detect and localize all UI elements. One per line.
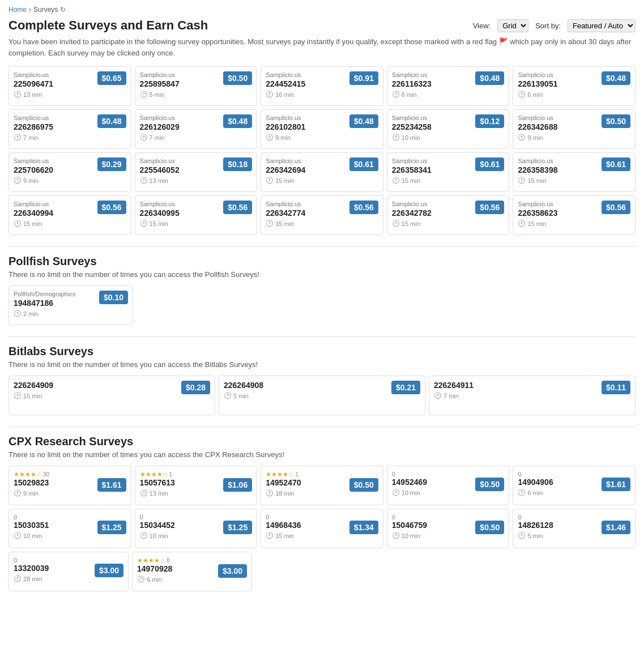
price-badge[interactable]: $0.91 (349, 71, 378, 85)
cpx-title: CPX Research Surveys (8, 435, 636, 448)
price-badge[interactable]: $1.61 (602, 478, 630, 491)
survey-card[interactable]: Samplicio.us 225096471 🕐 13 min $0.65 (8, 66, 131, 106)
price-badge[interactable]: $0.50 (349, 478, 378, 492)
survey-card[interactable]: Samplicio.us 226358398 🕐 15 min $0.61 (513, 152, 636, 192)
card-id: 14952469 (392, 478, 427, 487)
price-badge[interactable]: $0.29 (97, 157, 126, 171)
price-badge[interactable]: $0.48 (223, 114, 252, 128)
survey-card[interactable]: Samplicio.us 226126029 🕐 7 min $0.48 (135, 109, 258, 149)
survey-card[interactable]: 226264908 🕐 5 min $0.21 (219, 376, 425, 415)
clock-icon: 🕐 (518, 134, 526, 141)
survey-card[interactable]: ★★★★☆30 15029823 🕐 9 min $1.61 (8, 466, 131, 505)
survey-card[interactable]: ★★★★☆1 15057613 🕐 13 min $1.06 (135, 466, 258, 505)
survey-card[interactable]: 226264909 🕐 15 min $0.28 (8, 376, 215, 415)
price-badge[interactable]: $0.50 (223, 71, 252, 85)
refresh-icon[interactable]: ↻ (60, 6, 66, 14)
price-badge[interactable]: $0.56 (475, 201, 504, 214)
breadcrumb-home[interactable]: Home (8, 6, 27, 14)
survey-card[interactable]: Samplicio.us 225234258 🕐 10 min $0.12 (387, 109, 510, 149)
price-badge[interactable]: $0.48 (475, 71, 504, 85)
survey-card[interactable]: Samplicio.us 225546052 🕐 13 min $0.18 (135, 152, 258, 192)
price-badge[interactable]: $3.00 (95, 564, 123, 577)
survey-card[interactable]: 0 14904906 🕐 6 min $1.61 (513, 466, 636, 505)
survey-card[interactable]: Samplicio.us 226340995 🕐 15 min $0.56 (135, 195, 258, 235)
card-source: Samplicio.us (14, 114, 53, 121)
card-source: Samplicio.us (266, 157, 305, 164)
clock-icon: 🕐 (266, 177, 274, 184)
survey-card[interactable]: 0 13320039 🕐 28 min $3.00 (8, 552, 129, 591)
price-badge[interactable]: $1.46 (602, 521, 630, 534)
price-badge[interactable]: $0.56 (349, 201, 378, 214)
survey-card[interactable]: 0 15034452 🕐 10 min $1.25 (135, 509, 258, 548)
view-select[interactable]: Grid List (497, 19, 528, 32)
price-badge[interactable]: $0.18 (223, 157, 252, 171)
survey-card[interactable]: Samplicio.us 226358623 🕐 15 min $0.56 (513, 195, 636, 235)
survey-card[interactable]: Samplicio.us 226102801 🕐 9 min $0.48 (261, 109, 383, 149)
survey-card[interactable]: Samplicio.us 225706620 🕐 9 min $0.29 (8, 152, 131, 192)
clock-icon: 🕐 (14, 392, 22, 399)
card-id: 226342782 (392, 208, 432, 218)
survey-card[interactable]: 0 14952469 🕐 10 min $0.50 (387, 466, 510, 505)
survey-card[interactable]: Samplicio.us 226340994 🕐 15 min $0.56 (8, 195, 131, 235)
price-badge[interactable]: $0.56 (97, 201, 126, 214)
price-badge[interactable]: $0.65 (97, 71, 126, 85)
stars: ★★★★☆30 (14, 471, 126, 478)
survey-card[interactable]: ★★★★☆8 14970928 🕐 6 min $3.00 (132, 552, 252, 591)
survey-card[interactable]: 0 14968436 🕐 15 min $1.34 (261, 509, 383, 548)
survey-card[interactable]: Samplicio.us 225895847 🕐 5 min $0.50 (135, 66, 258, 106)
clock-icon: 🕐 (518, 91, 526, 98)
card-time: 🕐 13 min (140, 489, 175, 497)
price-badge[interactable]: $0.48 (349, 114, 378, 128)
price-badge[interactable]: $1.25 (223, 521, 252, 534)
price-badge[interactable]: $1.61 (97, 478, 126, 492)
price-badge[interactable]: $1.25 (97, 521, 126, 534)
price-badge[interactable]: $0.10 (99, 291, 128, 304)
survey-card[interactable]: Samplicio.us 226286975 🕐 7 min $0.48 (8, 109, 131, 149)
card-time: 🕐 6 min (518, 489, 553, 496)
clock-icon: 🕐 (518, 532, 526, 539)
survey-card[interactable]: Samplicio.us 226342694 🕐 15 min $0.61 (261, 152, 383, 192)
card-time: 🕐 28 min (14, 575, 49, 582)
sort-select[interactable]: Featured / Auto Newest Highest Paying Sh… (568, 19, 636, 32)
survey-card[interactable]: Samplicio.us 226342782 🕐 15 min $0.56 (387, 195, 510, 235)
price-badge[interactable]: $0.50 (602, 114, 630, 128)
price-badge[interactable]: $1.06 (223, 478, 252, 492)
price-badge[interactable]: $3.00 (218, 564, 247, 578)
survey-card[interactable]: ★★★★☆1 14952470 🕐 18 min $0.50 (261, 466, 383, 505)
survey-card[interactable]: Pollfish/Demographics 194847186 🕐 2 min … (8, 286, 133, 325)
survey-card[interactable]: Samplicio.us 226342774 🕐 15 min $0.56 (261, 195, 383, 235)
card-time: 🕐 10 min (392, 532, 427, 539)
survey-card[interactable]: 0 14826128 🕐 5 min $1.46 (513, 509, 636, 548)
price-badge[interactable]: $0.50 (475, 478, 504, 491)
price-badge[interactable]: $1.34 (349, 521, 378, 534)
survey-card[interactable]: 0 15046759 🕐 10 min $0.50 (387, 509, 510, 548)
price-badge[interactable]: $0.21 (391, 381, 420, 394)
price-badge[interactable]: $0.50 (475, 521, 504, 534)
survey-card[interactable]: Samplicio.us 224452415 🕐 16 min $0.91 (261, 66, 383, 106)
card-id: 15030351 (14, 521, 49, 530)
clock-icon: 🕐 (224, 392, 232, 399)
card-id: 14968436 (266, 521, 301, 530)
survey-card[interactable]: 0 15030351 🕐 10 min $1.25 (8, 509, 131, 548)
price-badge[interactable]: $0.28 (181, 381, 210, 394)
survey-card[interactable]: Samplicio.us 226116323 🕐 6 min $0.48 (387, 66, 510, 106)
price-badge[interactable]: $0.61 (349, 157, 378, 171)
price-badge[interactable]: $0.61 (475, 157, 504, 171)
price-badge[interactable]: $0.48 (602, 71, 630, 85)
survey-card[interactable]: 226264911 🕐 7 min $0.11 (429, 376, 636, 415)
clock-icon: 🕐 (392, 177, 400, 184)
survey-card[interactable]: Samplicio.us 226342688 🕐 9 min $0.50 (513, 109, 636, 149)
price-badge[interactable]: $0.11 (602, 381, 630, 394)
price-badge[interactable]: $0.56 (602, 201, 630, 214)
price-badge[interactable]: $0.48 (97, 114, 126, 128)
survey-card[interactable]: Samplicio.us 226358341 🕐 15 min $0.61 (387, 152, 510, 192)
price-badge[interactable]: $0.61 (602, 157, 630, 171)
price-badge[interactable]: $0.12 (475, 114, 504, 128)
card-id: 226342694 (266, 165, 305, 174)
clock-icon: 🕐 (14, 489, 22, 497)
card-time: 🕐 9 min (14, 489, 49, 497)
zero-rating: 0 (518, 471, 630, 478)
card-source: Samplicio.us (518, 201, 557, 207)
price-badge[interactable]: $0.56 (223, 201, 252, 214)
survey-card[interactable]: Samplicio.us 226139051 🕐 6 min $0.48 (513, 66, 636, 106)
